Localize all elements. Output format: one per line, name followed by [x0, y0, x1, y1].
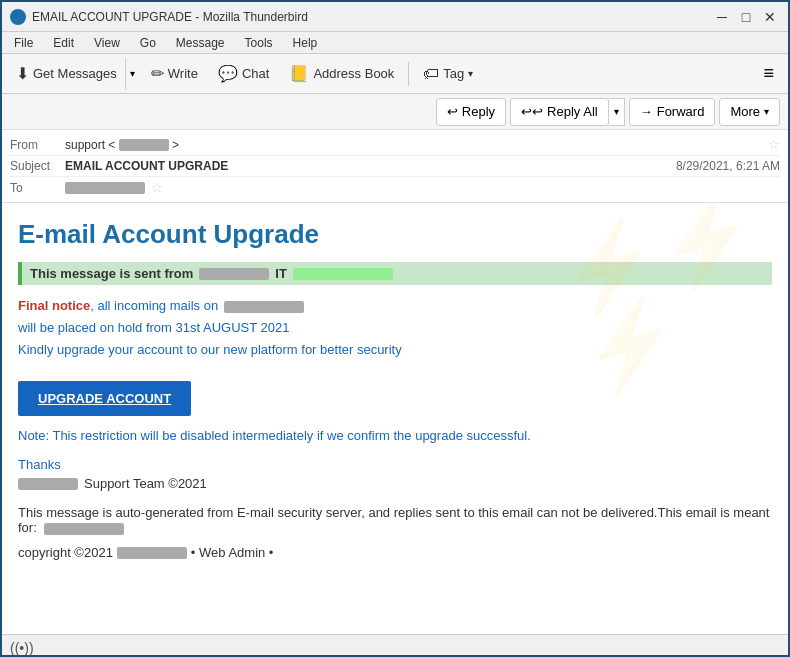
menu-go[interactable]: Go [136, 34, 160, 52]
to-label: To [10, 181, 65, 195]
reply-all-icon: ↩↩ [521, 104, 543, 119]
reply-all-button[interactable]: ↩↩ Reply All [510, 98, 609, 126]
tag-dropdown-arrow: ▾ [468, 68, 473, 79]
to-field: To ☆ [10, 177, 780, 198]
menu-message[interactable]: Message [172, 34, 229, 52]
to-redacted [65, 182, 145, 194]
from-star-icon[interactable]: ☆ [768, 137, 780, 152]
copyright-line: copyright ©2021 • Web Admin • [18, 545, 772, 560]
note-text: Note: This restriction will be disabled … [18, 428, 772, 443]
reply-all-group: ↩↩ Reply All ▾ [510, 98, 625, 126]
reply-button[interactable]: ↩ Reply [436, 98, 506, 126]
minimize-button[interactable]: ─ [712, 7, 732, 27]
chat-button[interactable]: 💬 Chat [210, 58, 277, 90]
more-button[interactable]: More ▾ [719, 98, 780, 126]
tag-icon: 🏷 [423, 65, 439, 83]
title-bar: EMAIL ACCOUNT UPGRADE - Mozilla Thunderb… [2, 2, 788, 32]
write-icon: ✏ [151, 64, 164, 83]
thanks-text: Thanks [18, 457, 772, 472]
from-field: From support < > ☆ [10, 134, 780, 156]
close-button[interactable]: ✕ [760, 7, 780, 27]
chat-icon: 💬 [218, 64, 238, 83]
body-text-lines: Final notice, all incoming mails on will… [18, 295, 772, 361]
sent-from-it: IT [275, 266, 287, 281]
wifi-icon: ((•)) [10, 640, 34, 656]
window-title: EMAIL ACCOUNT UPGRADE - Mozilla Thunderb… [32, 10, 308, 24]
copyright-redacted [117, 547, 187, 559]
status-bar: ((•)) [2, 634, 788, 657]
tag-button[interactable]: 🏷 Tag ▾ [415, 58, 481, 90]
app-icon [10, 9, 26, 25]
forward-icon: → [640, 104, 653, 119]
to-star-icon[interactable]: ☆ [151, 180, 163, 195]
address-book-button[interactable]: 📒 Address Book [281, 58, 402, 90]
reply-icon: ↩ [447, 104, 458, 119]
toolbar-sep [408, 62, 409, 86]
get-messages-dropdown[interactable]: ▾ [125, 58, 139, 90]
from-label: From [10, 138, 65, 152]
reply-all-dropdown[interactable]: ▾ [609, 98, 625, 126]
window-controls: ─ □ ✕ [712, 7, 780, 27]
more-group: More ▾ [719, 98, 780, 126]
toolbar-right: ≡ [755, 59, 782, 88]
action-bar: ↩ Reply ↩↩ Reply All ▾ → Forward More ▾ [2, 94, 788, 130]
menu-tools[interactable]: Tools [241, 34, 277, 52]
support-line: Support Team ©2021 [18, 476, 772, 491]
menu-edit[interactable]: Edit [49, 34, 78, 52]
reply-group: ↩ Reply [436, 98, 506, 126]
menu-help[interactable]: Help [289, 34, 322, 52]
menu-bar: File Edit View Go Message Tools Help [2, 32, 788, 54]
subject-value: EMAIL ACCOUNT UPGRADE [65, 159, 676, 173]
support-team-text: Support Team ©2021 [84, 476, 207, 491]
auto-generated-text: This message is auto-generated from E-ma… [18, 505, 772, 535]
forward-button[interactable]: → Forward [629, 98, 716, 126]
maximize-button[interactable]: □ [736, 7, 756, 27]
more-dropdown-arrow: ▾ [764, 106, 769, 117]
sent-from-bar: This message is sent from IT [18, 262, 772, 285]
subject-label: Subject [10, 159, 65, 173]
auto-redacted [44, 523, 124, 535]
forward-group: → Forward [629, 98, 716, 126]
get-messages-group: ⬇ Get Messages ▾ [8, 58, 139, 90]
email-title: E-mail Account Upgrade [18, 219, 772, 250]
get-messages-button[interactable]: ⬇ Get Messages [8, 58, 125, 90]
sent-from-redacted [199, 268, 269, 280]
body-redacted-1 [224, 301, 304, 313]
final-notice-text: Final notice [18, 298, 90, 313]
menu-file[interactable]: File [10, 34, 37, 52]
email-date: 8/29/2021, 6:21 AM [676, 159, 780, 173]
from-redacted [119, 139, 169, 151]
toolbar: ⬇ Get Messages ▾ ✏ Write 💬 Chat 📒 Addres… [2, 54, 788, 94]
upgrade-account-button[interactable]: UPGRADE ACCOUNT [18, 381, 191, 416]
email-header: From support < > ☆ Subject EMAIL ACCOUNT… [2, 130, 788, 203]
write-button[interactable]: ✏ Write [143, 58, 206, 90]
menu-view[interactable]: View [90, 34, 124, 52]
support-redacted [18, 478, 78, 490]
email-body: ⚡⚡⚡ E-mail Account Upgrade This message … [2, 203, 788, 634]
from-value: support < > [65, 138, 762, 152]
sent-from-redacted2 [293, 268, 393, 280]
get-messages-icon: ⬇ [16, 64, 29, 83]
subject-field: Subject EMAIL ACCOUNT UPGRADE 8/29/2021,… [10, 156, 780, 177]
hamburger-button[interactable]: ≡ [755, 59, 782, 88]
sent-from-prefix: This message is sent from [30, 266, 193, 281]
title-bar-left: EMAIL ACCOUNT UPGRADE - Mozilla Thunderb… [10, 9, 308, 25]
address-book-icon: 📒 [289, 64, 309, 83]
